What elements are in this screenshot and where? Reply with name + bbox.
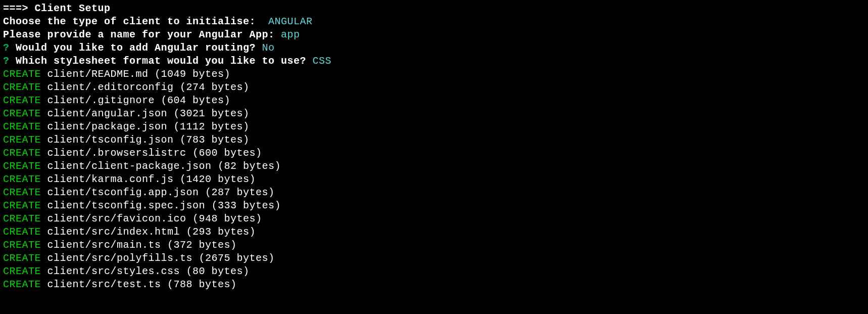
create-verb: CREATE xyxy=(3,213,41,225)
create-file-info: client/.gitignore (604 bytes) xyxy=(41,95,230,106)
create-verb: CREATE xyxy=(3,187,41,198)
create-line: CREATE client/.editorconfig (274 bytes) xyxy=(3,81,865,94)
question-line: ? Which stylesheet format would you like… xyxy=(3,55,865,68)
create-verb: CREATE xyxy=(3,134,41,146)
create-verb: CREATE xyxy=(3,200,41,211)
create-line: CREATE client/tsconfig.json (783 bytes) xyxy=(3,133,865,147)
question-line: ? Would you like to add Angular routing?… xyxy=(3,41,865,55)
question-label: Would you like to add Angular routing? xyxy=(10,42,262,54)
create-verb: CREATE xyxy=(3,173,41,185)
create-line: CREATE client/.gitignore (604 bytes) xyxy=(3,94,865,107)
create-file-info: client/src/test.ts (788 bytes) xyxy=(41,279,237,290)
question-answer: CSS xyxy=(313,55,332,67)
create-verb: CREATE xyxy=(3,252,41,264)
create-file-info: client/src/polyfills.ts (2675 bytes) xyxy=(41,252,275,264)
create-verb: CREATE xyxy=(3,81,41,93)
create-line: CREATE client/src/styles.css (80 bytes) xyxy=(3,265,865,278)
question-label: Which stylesheet format would you like t… xyxy=(10,55,313,67)
create-verb: CREATE xyxy=(3,121,41,132)
create-line: CREATE client/src/polyfills.ts (2675 byt… xyxy=(3,252,865,265)
create-line: CREATE client/tsconfig.app.json (287 byt… xyxy=(3,186,865,199)
create-file-info: client/src/index.html (293 bytes) xyxy=(41,226,256,238)
question-mark-icon: ? xyxy=(3,55,10,67)
create-line: CREATE client/angular.json (3021 bytes) xyxy=(3,107,865,120)
prompt-answer: ANGULAR xyxy=(268,16,313,27)
create-line: CREATE client/tsconfig.spec.json (333 by… xyxy=(3,199,865,212)
create-file-info: client/tsconfig.json (783 bytes) xyxy=(41,134,250,146)
create-line: CREATE client/src/main.ts (372 bytes) xyxy=(3,239,865,252)
create-file-info: client/package.json (1112 bytes) xyxy=(41,121,250,132)
prompt-line: Choose the type of client to initialise:… xyxy=(3,15,865,28)
create-verb: CREATE xyxy=(3,265,41,277)
create-line: CREATE client/client-package.json (82 by… xyxy=(3,160,865,173)
question-answer: No xyxy=(262,42,275,54)
prompt-label: Please provide a name for your Angular A… xyxy=(3,29,281,40)
header-prefix: ===> xyxy=(3,3,35,14)
create-file-info: client/README.md (1049 bytes) xyxy=(41,68,230,80)
create-file-info: client/tsconfig.spec.json (333 bytes) xyxy=(41,200,281,211)
create-line: CREATE client/src/index.html (293 bytes) xyxy=(3,226,865,239)
create-file-info: client/src/main.ts (372 bytes) xyxy=(41,239,237,251)
create-verb: CREATE xyxy=(3,239,41,251)
create-line: CREATE client/README.md (1049 bytes) xyxy=(3,68,865,81)
create-line: CREATE client/package.json (1112 bytes) xyxy=(3,120,865,133)
create-line: CREATE client/src/test.ts (788 bytes) xyxy=(3,278,865,291)
prompt-label: Choose the type of client to initialise: xyxy=(3,16,268,27)
create-verb: CREATE xyxy=(3,108,41,119)
create-line: CREATE client/karma.conf.js (1420 bytes) xyxy=(3,173,865,186)
create-line: CREATE client/src/favicon.ico (948 bytes… xyxy=(3,212,865,226)
create-file-info: client/src/favicon.ico (948 bytes) xyxy=(41,213,262,225)
create-verb: CREATE xyxy=(3,147,41,159)
create-file-info: client/karma.conf.js (1420 bytes) xyxy=(41,173,256,185)
create-verb: CREATE xyxy=(3,95,41,106)
create-verb: CREATE xyxy=(3,226,41,238)
create-line: CREATE client/.browserslistrc (600 bytes… xyxy=(3,147,865,160)
header-title: Client Setup xyxy=(35,3,111,14)
question-mark-icon: ? xyxy=(3,42,10,54)
prompt-line: Please provide a name for your Angular A… xyxy=(3,28,865,41)
create-file-info: client/.browserslistrc (600 bytes) xyxy=(41,147,262,159)
create-file-info: client/client-package.json (82 bytes) xyxy=(41,160,281,172)
create-verb: CREATE xyxy=(3,160,41,172)
prompt-answer: app xyxy=(281,29,300,40)
create-file-info: client/tsconfig.app.json (287 bytes) xyxy=(41,187,275,198)
create-file-info: client/angular.json (3021 bytes) xyxy=(41,108,250,119)
create-verb: CREATE xyxy=(3,279,41,290)
create-verb: CREATE xyxy=(3,68,41,80)
create-file-info: client/src/styles.css (80 bytes) xyxy=(41,265,250,277)
header-line: ===> Client Setup xyxy=(3,2,865,15)
create-file-info: client/.editorconfig (274 bytes) xyxy=(41,81,250,93)
